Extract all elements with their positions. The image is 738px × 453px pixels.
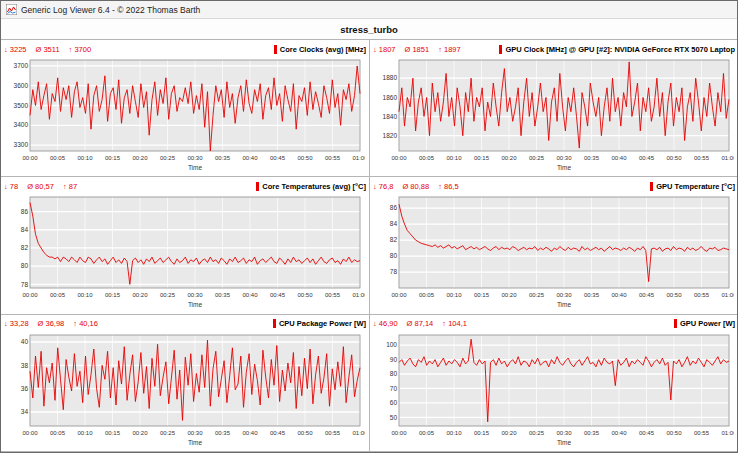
- svg-text:00:45: 00:45: [270, 292, 286, 298]
- svg-text:90: 90: [390, 355, 398, 362]
- svg-text:00:20: 00:20: [501, 292, 517, 298]
- svg-text:80: 80: [390, 370, 398, 377]
- chart-title-group: GPU Clock [MHz] @ GPU [#2]: NVIDIA GeFor…: [499, 45, 735, 54]
- stat-max: ↑ 40,16: [73, 319, 98, 328]
- svg-text:38: 38: [21, 361, 29, 368]
- stat-min: ↓ 76,8: [373, 182, 393, 191]
- svg-text:00:20: 00:20: [132, 430, 148, 436]
- chart-canvas: 788082848600:0000:0500:1000:1500:2000:25…: [4, 193, 365, 312]
- svg-text:Time: Time: [188, 301, 203, 308]
- svg-text:00:35: 00:35: [584, 430, 600, 436]
- svg-text:00:55: 00:55: [694, 155, 710, 161]
- svg-text:00:15: 00:15: [474, 292, 490, 298]
- svg-text:3700: 3700: [14, 62, 29, 69]
- svg-text:01:00: 01:00: [352, 292, 365, 298]
- chart-stats: ↓ 78 Ø 80,57 ↑ 87: [4, 182, 77, 191]
- svg-text:00:40: 00:40: [242, 292, 258, 298]
- stat-avg: Ø 1851: [405, 45, 430, 54]
- panel-gpu-temp: ↓ 76,8 Ø 80,88 ↑ 86,5 GPU Temperature [°…: [370, 177, 738, 314]
- svg-text:00:05: 00:05: [419, 430, 435, 436]
- svg-text:34: 34: [21, 408, 29, 415]
- svg-text:00:05: 00:05: [50, 430, 66, 436]
- svg-text:01:00: 01:00: [352, 430, 365, 436]
- svg-text:00:35: 00:35: [215, 155, 231, 161]
- series-legend-icon: [674, 319, 677, 328]
- chart-stats: ↓ 3225 Ø 3511 ↑ 3700: [4, 45, 91, 54]
- svg-text:00:00: 00:00: [22, 292, 38, 298]
- svg-text:00:10: 00:10: [77, 155, 93, 161]
- stat-min: ↓ 78: [4, 182, 18, 191]
- svg-text:60: 60: [390, 399, 398, 406]
- svg-text:00:55: 00:55: [325, 292, 341, 298]
- svg-text:00:20: 00:20: [501, 430, 517, 436]
- stat-min: ↓ 46,90: [373, 319, 398, 328]
- chart-stats: ↓ 46,90 Ø 87,14 ↑ 104,1: [373, 319, 467, 328]
- svg-text:00:45: 00:45: [270, 430, 286, 436]
- svg-text:3400: 3400: [14, 121, 29, 128]
- series-legend-icon: [650, 182, 653, 191]
- svg-text:40: 40: [21, 338, 29, 345]
- window-title: Generic Log Viewer 6.4 - © 2022 Thomas B…: [21, 5, 200, 15]
- svg-text:01:00: 01:00: [352, 155, 365, 161]
- svg-text:70: 70: [390, 384, 398, 391]
- svg-text:00:35: 00:35: [215, 430, 231, 436]
- stat-avg: Ø 80,57: [27, 182, 54, 191]
- stat-max: ↑ 1897: [438, 45, 461, 54]
- svg-text:00:25: 00:25: [529, 430, 545, 436]
- chart-title: CPU Package Power [W]: [279, 319, 366, 328]
- chart-canvas: 506070809010000:0000:0500:1000:1500:2000…: [373, 331, 734, 450]
- svg-text:00:25: 00:25: [160, 292, 176, 298]
- svg-text:3500: 3500: [14, 102, 29, 109]
- svg-text:00:30: 00:30: [556, 430, 572, 436]
- chart-title: GPU Power [W]: [680, 319, 735, 328]
- chart-grid: ↓ 3225 Ø 3511 ↑ 3700 Core Clocks (avg) […: [1, 40, 737, 452]
- svg-text:00:40: 00:40: [242, 155, 258, 161]
- panel-header: ↓ 3225 Ø 3511 ↑ 3700 Core Clocks (avg) […: [4, 42, 366, 56]
- stat-max: ↑ 86,5: [438, 182, 458, 191]
- chart-title: GPU Clock [MHz] @ GPU [#2]: NVIDIA GeFor…: [505, 45, 735, 54]
- chart-canvas: 788082848600:0000:0500:1000:1500:2000:25…: [373, 193, 734, 312]
- chart-stats: ↓ 1807 Ø 1851 ↑ 1897: [373, 45, 461, 54]
- svg-text:00:20: 00:20: [132, 292, 148, 298]
- panel-header: ↓ 78 Ø 80,57 ↑ 87 Core Temperatures (avg…: [4, 179, 366, 193]
- svg-text:00:45: 00:45: [270, 155, 286, 161]
- svg-text:00:00: 00:00: [391, 430, 407, 436]
- svg-text:00:30: 00:30: [187, 155, 203, 161]
- svg-text:00:50: 00:50: [666, 155, 682, 161]
- stat-min: ↓ 33,28: [4, 319, 29, 328]
- panel-core-temps: ↓ 78 Ø 80,57 ↑ 87 Core Temperatures (avg…: [1, 177, 370, 314]
- tab-stress-turbo[interactable]: stress_turbo: [340, 24, 398, 35]
- svg-text:00:05: 00:05: [50, 292, 66, 298]
- series-legend-icon: [273, 319, 276, 328]
- svg-text:00:20: 00:20: [501, 155, 517, 161]
- svg-text:00:55: 00:55: [694, 292, 710, 298]
- svg-text:80: 80: [390, 253, 398, 260]
- panel-header: ↓ 33,28 Ø 36,98 ↑ 40,16 CPU Package Powe…: [4, 317, 366, 331]
- svg-text:00:15: 00:15: [474, 430, 490, 436]
- svg-text:78: 78: [21, 281, 29, 288]
- panel-header: ↓ 76,8 Ø 80,88 ↑ 86,5 GPU Temperature [°…: [373, 179, 735, 193]
- svg-text:00:35: 00:35: [215, 292, 231, 298]
- chart-canvas: 182018401860188000:0000:0500:1000:1500:2…: [373, 56, 734, 175]
- chart-title-group: GPU Temperature [°C]: [650, 182, 735, 191]
- svg-text:00:40: 00:40: [611, 155, 627, 161]
- svg-text:00:25: 00:25: [160, 155, 176, 161]
- svg-text:00:20: 00:20: [132, 155, 148, 161]
- stat-avg: Ø 36,98: [38, 319, 65, 328]
- svg-text:00:05: 00:05: [419, 155, 435, 161]
- svg-text:1840: 1840: [383, 113, 398, 120]
- svg-text:78: 78: [390, 269, 398, 276]
- svg-text:01:00: 01:00: [721, 292, 734, 298]
- series-legend-icon: [256, 182, 259, 191]
- svg-text:Time: Time: [557, 164, 572, 171]
- svg-text:00:10: 00:10: [77, 430, 93, 436]
- series-legend-icon: [499, 45, 502, 54]
- chart-stats: ↓ 33,28 Ø 36,98 ↑ 40,16: [4, 319, 98, 328]
- svg-text:00:10: 00:10: [446, 292, 462, 298]
- svg-text:00:45: 00:45: [639, 430, 655, 436]
- svg-text:80: 80: [21, 263, 29, 270]
- svg-text:00:15: 00:15: [105, 292, 121, 298]
- svg-text:00:45: 00:45: [639, 292, 655, 298]
- chart-title-group: Core Temperatures (avg) [°C]: [256, 182, 366, 191]
- svg-text:00:10: 00:10: [446, 155, 462, 161]
